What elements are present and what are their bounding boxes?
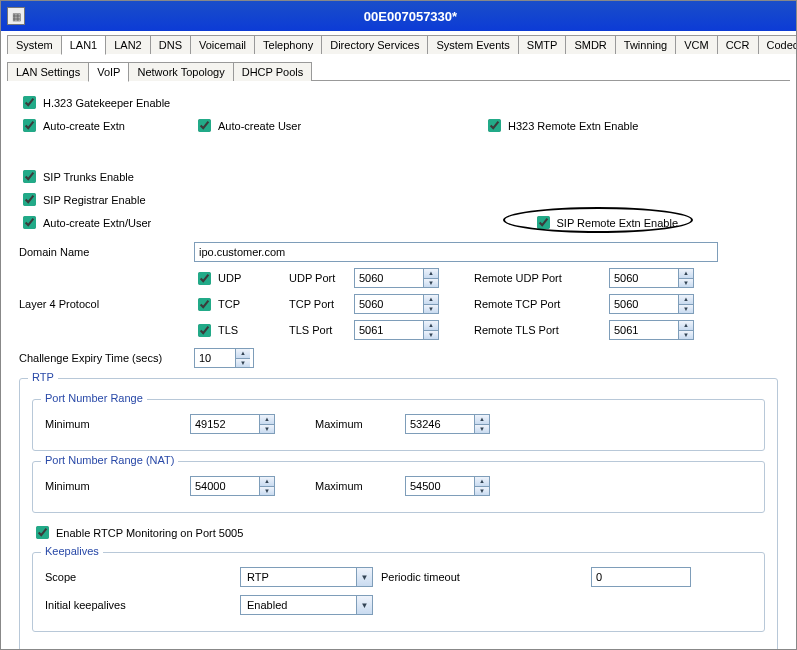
min-label: Minimum xyxy=(45,418,190,430)
rtcp-label: Enable RTCP Monitoring on Port 5005 xyxy=(56,527,243,539)
h323-autoextn-label: Auto-create Extn xyxy=(43,120,125,132)
tab-system[interactable]: System xyxy=(7,35,62,54)
tab-lan2[interactable]: LAN2 xyxy=(105,35,151,54)
initial-keepalives-combo[interactable]: Enabled▼ xyxy=(240,595,373,615)
spin-up-icon[interactable]: ▲ xyxy=(678,295,693,305)
app-icon: ▦ xyxy=(7,7,25,25)
subtab-dhcp-pools[interactable]: DHCP Pools xyxy=(233,62,313,81)
tls-port-label: TLS Port xyxy=(289,324,354,336)
tab-twinning[interactable]: Twinning xyxy=(615,35,676,54)
tab-smdr[interactable]: SMDR xyxy=(565,35,615,54)
tcp-check[interactable]: TCP xyxy=(194,295,289,314)
spin-down-icon[interactable]: ▼ xyxy=(678,331,693,340)
scope-label: Scope xyxy=(45,571,240,583)
layer4-label: Layer 4 Protocol xyxy=(19,298,194,310)
spin-down-icon[interactable]: ▼ xyxy=(235,359,250,368)
voip-content: H.323 Gatekeeper Enable Auto-create Extn… xyxy=(1,81,796,650)
spin-down-icon[interactable]: ▼ xyxy=(423,331,438,340)
spin-up-icon[interactable]: ▲ xyxy=(259,415,274,425)
remote-udp-spinner[interactable]: ▲▼ xyxy=(609,268,694,288)
sip-registrar-check[interactable]: SIP Registrar Enable xyxy=(19,190,146,209)
tab-telephony[interactable]: Telephony xyxy=(254,35,322,54)
spin-up-icon[interactable]: ▲ xyxy=(678,269,693,279)
spin-down-icon[interactable]: ▼ xyxy=(474,487,489,496)
rtp-group: RTP Port Number Range Minimum ▲▼ Maximum… xyxy=(19,378,778,650)
port-range-group: Port Number Range Minimum ▲▼ Maximum ▲▼ xyxy=(32,399,765,451)
min-nat-label: Minimum xyxy=(45,480,190,492)
h323-autouser-check[interactable]: Auto-create User xyxy=(194,116,484,135)
scope-value: RTP xyxy=(241,568,356,586)
spin-down-icon[interactable]: ▼ xyxy=(474,425,489,434)
tcp-port-label: TCP Port xyxy=(289,298,354,310)
spin-up-icon[interactable]: ▲ xyxy=(235,349,250,359)
h323-remoteextn-label: H323 Remote Extn Enable xyxy=(508,120,638,132)
remote-tls-spinner[interactable]: ▲▼ xyxy=(609,320,694,340)
h323-gatekeeper-label: H.323 Gatekeeper Enable xyxy=(43,97,170,109)
domain-input[interactable] xyxy=(194,242,718,262)
spin-down-icon[interactable]: ▼ xyxy=(259,487,274,496)
config-window: ▦ 00E007057330* SystemLAN1LAN2DNSVoicema… xyxy=(0,0,797,650)
spin-up-icon[interactable]: ▲ xyxy=(423,321,438,331)
tab-smtp[interactable]: SMTP xyxy=(518,35,567,54)
tls-port-spinner[interactable]: ▲▼ xyxy=(354,320,439,340)
chevron-down-icon[interactable]: ▼ xyxy=(356,568,372,586)
keepalives-label: Keepalives xyxy=(41,545,103,557)
max-nat-label: Maximum xyxy=(315,480,405,492)
tab-dns[interactable]: DNS xyxy=(150,35,191,54)
initial-keepalives-value: Enabled xyxy=(241,596,356,614)
sub-tabrow: LAN SettingsVoIPNetwork TopologyDHCP Poo… xyxy=(1,58,796,81)
spin-down-icon[interactable]: ▼ xyxy=(259,425,274,434)
sip-autoextnuser-label: Auto-create Extn/User xyxy=(43,217,151,229)
tab-directory-services[interactable]: Directory Services xyxy=(321,35,428,54)
port-range-nat-label: Port Number Range (NAT) xyxy=(41,454,178,466)
spin-down-icon[interactable]: ▼ xyxy=(423,279,438,288)
udp-port-spinner[interactable]: ▲▼ xyxy=(354,268,439,288)
rtp-min-nat-spinner[interactable]: ▲▼ xyxy=(190,476,275,496)
remote-tcp-label: Remote TCP Port xyxy=(474,298,609,310)
remote-tcp-spinner[interactable]: ▲▼ xyxy=(609,294,694,314)
periodic-label: Periodic timeout xyxy=(381,571,591,583)
udp-port-label: UDP Port xyxy=(289,272,354,284)
rtcp-check[interactable]: Enable RTCP Monitoring on Port 5005 xyxy=(32,523,243,542)
challenge-label: Challenge Expiry Time (secs) xyxy=(19,352,194,364)
spin-up-icon[interactable]: ▲ xyxy=(474,477,489,487)
tab-system-events[interactable]: System Events xyxy=(427,35,518,54)
spin-up-icon[interactable]: ▲ xyxy=(259,477,274,487)
subtab-network-topology[interactable]: Network Topology xyxy=(128,62,233,81)
tab-voicemail[interactable]: Voicemail xyxy=(190,35,255,54)
udp-check[interactable]: UDP xyxy=(194,269,289,288)
chevron-down-icon[interactable]: ▼ xyxy=(356,596,372,614)
rtp-max-spinner[interactable]: ▲▼ xyxy=(405,414,490,434)
tab-lan1[interactable]: LAN1 xyxy=(61,35,107,55)
port-range-label: Port Number Range xyxy=(41,392,147,404)
tab-ccr[interactable]: CCR xyxy=(717,35,759,54)
spin-up-icon[interactable]: ▲ xyxy=(678,321,693,331)
spin-down-icon[interactable]: ▼ xyxy=(423,305,438,314)
tcp-port-spinner[interactable]: ▲▼ xyxy=(354,294,439,314)
tab-codecs[interactable]: Codecs xyxy=(758,35,798,54)
rtp-max-nat-spinner[interactable]: ▲▼ xyxy=(405,476,490,496)
sip-trunks-check[interactable]: SIP Trunks Enable xyxy=(19,167,134,186)
h323-gatekeeper-check[interactable]: H.323 Gatekeeper Enable xyxy=(19,93,170,112)
tls-check[interactable]: TLS xyxy=(194,321,289,340)
titlebar: ▦ 00E007057330* xyxy=(1,1,796,31)
initial-keepalives-label: Initial keepalives xyxy=(45,599,240,611)
max-label: Maximum xyxy=(315,418,405,430)
challenge-spinner[interactable]: ▲▼ xyxy=(194,348,254,368)
udp-label: UDP xyxy=(218,272,241,284)
spin-up-icon[interactable]: ▲ xyxy=(474,415,489,425)
subtab-lan-settings[interactable]: LAN Settings xyxy=(7,62,89,81)
scope-combo[interactable]: RTP▼ xyxy=(240,567,373,587)
spin-up-icon[interactable]: ▲ xyxy=(423,269,438,279)
spin-down-icon[interactable]: ▼ xyxy=(678,279,693,288)
h323-autoextn-check[interactable]: Auto-create Extn xyxy=(19,116,194,135)
h323-remoteextn-check[interactable]: H323 Remote Extn Enable xyxy=(484,116,638,135)
spin-down-icon[interactable]: ▼ xyxy=(678,305,693,314)
sip-autoextnuser-check[interactable]: Auto-create Extn/User xyxy=(19,213,194,232)
rtp-min-spinner[interactable]: ▲▼ xyxy=(190,414,275,434)
sip-registrar-label: SIP Registrar Enable xyxy=(43,194,146,206)
spin-up-icon[interactable]: ▲ xyxy=(423,295,438,305)
tab-vcm[interactable]: VCM xyxy=(675,35,717,54)
periodic-input[interactable] xyxy=(591,567,691,587)
subtab-voip[interactable]: VoIP xyxy=(88,62,129,82)
